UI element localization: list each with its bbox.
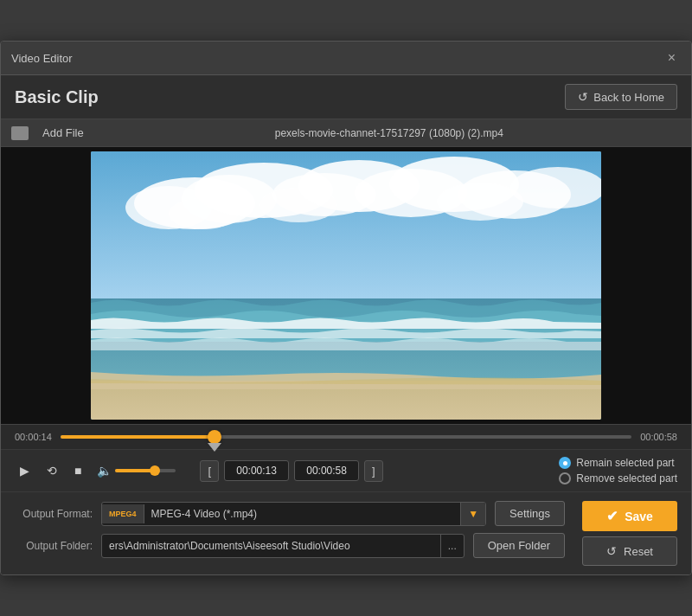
remove-option[interactable]: Remove selected part (559, 472, 677, 484)
stop-button[interactable]: ■ (69, 460, 86, 481)
folder-path: ers\Administrator\Documents\Aiseesoft St… (102, 535, 440, 557)
svg-point-14 (437, 183, 523, 221)
volume-icon: 🔈 (97, 464, 112, 478)
play-button[interactable]: ▶ (15, 460, 35, 481)
remain-radio[interactable] (559, 457, 571, 469)
remain-option[interactable]: Remain selected part (559, 457, 677, 469)
svg-point-11 (510, 167, 601, 209)
action-buttons: ✔ Save ↺ Reset (582, 501, 677, 566)
trim-controls: [ 00:00:13 00:00:58 ] (200, 460, 382, 482)
loop-icon: ⟲ (47, 464, 57, 478)
refresh-icon: ↺ (578, 90, 588, 104)
volume-thumb[interactable] (150, 465, 160, 476)
video-editor-window: Video Editor × Basic Clip ↺ Back to Home… (0, 41, 692, 575)
reset-label: Reset (624, 545, 653, 558)
reset-button[interactable]: ↺ Reset (582, 536, 677, 566)
add-file-button[interactable]: Add File (37, 125, 89, 141)
add-file-icon (11, 126, 29, 140)
save-button[interactable]: ✔ Save (582, 501, 677, 531)
output-folder-row: Output Folder: ers\Administrator\Documen… (15, 533, 565, 558)
save-label: Save (625, 510, 653, 523)
format-dropdown-button[interactable]: ▼ (460, 503, 485, 525)
format-value: MPEG-4 Video (*.mp4) (144, 503, 461, 525)
svg-point-13 (260, 188, 337, 222)
options-panel: Remain selected part Remove selected par… (559, 457, 677, 484)
format-icon: MPEG4 (102, 504, 144, 523)
loop-button[interactable]: ⟲ (42, 460, 62, 481)
title-bar: Video Editor × (1, 42, 691, 75)
back-home-label: Back to Home (593, 91, 664, 104)
timeline-bar: 00:00:14 00:00:58 (1, 424, 691, 449)
svg-point-12 (169, 198, 238, 229)
mpeg-icon-text: MPEG4 (109, 510, 137, 518)
timeline-track[interactable] (61, 434, 631, 440)
folder-label: Output Folder: (15, 540, 93, 552)
folder-input-container: ers\Administrator\Documents\Aiseesoft St… (101, 534, 465, 558)
trim-end-button[interactable]: ] (364, 460, 383, 482)
remove-radio[interactable] (559, 472, 571, 484)
trim-start-button[interactable]: [ (200, 460, 219, 482)
volume-control: 🔈 (97, 464, 176, 478)
bottom-bar: Output Format: MPEG4 MPEG-4 Video (*.mp4… (1, 491, 691, 574)
trim-end-input[interactable]: 00:00:58 (294, 460, 359, 481)
video-preview (91, 151, 601, 420)
trim-start-input[interactable]: 00:00:13 (224, 460, 289, 481)
format-label: Output Format: (15, 508, 93, 520)
page-title: Basic Clip (15, 87, 99, 107)
video-container (1, 147, 691, 424)
close-button[interactable]: × (663, 48, 681, 67)
save-check-icon: ✔ (606, 508, 618, 524)
open-folder-button[interactable]: Open Folder (473, 533, 565, 558)
settings-button[interactable]: Settings (495, 501, 565, 526)
timeline-end-time: 00:00:58 (640, 432, 677, 442)
output-format-row: Output Format: MPEG4 MPEG-4 Video (*.mp4… (15, 501, 565, 526)
file-name-label: pexels-movie-channet-17517297 (1080p) (2… (98, 127, 681, 139)
timeline-start-time: 00:00:14 (15, 432, 52, 442)
volume-track[interactable] (115, 469, 176, 472)
format-select-container: MPEG4 MPEG-4 Video (*.mp4) ▼ (101, 502, 486, 526)
toolbar: Add File pexels-movie-channet-17517297 (… (1, 119, 691, 147)
remove-label: Remove selected part (576, 472, 677, 484)
reset-icon: ↺ (606, 544, 617, 558)
left-outputs: Output Format: MPEG4 MPEG-4 Video (*.mp4… (15, 501, 565, 566)
window-title: Video Editor (11, 52, 73, 65)
timeline-thumb[interactable] (208, 430, 221, 444)
timeline-progress (61, 435, 215, 439)
controls-bar: ▶ ⟲ ■ 🔈 [ 00:00:13 00:00:58 ] Remain sel… (1, 449, 691, 491)
bottom-content: Output Format: MPEG4 MPEG-4 Video (*.mp4… (15, 501, 677, 566)
trim-marker (208, 443, 221, 452)
header-bar: Basic Clip ↺ Back to Home (1, 75, 691, 119)
folder-dots-button[interactable]: ... (440, 535, 464, 557)
remain-label: Remain selected part (576, 457, 674, 469)
back-home-button[interactable]: ↺ Back to Home (565, 84, 677, 110)
